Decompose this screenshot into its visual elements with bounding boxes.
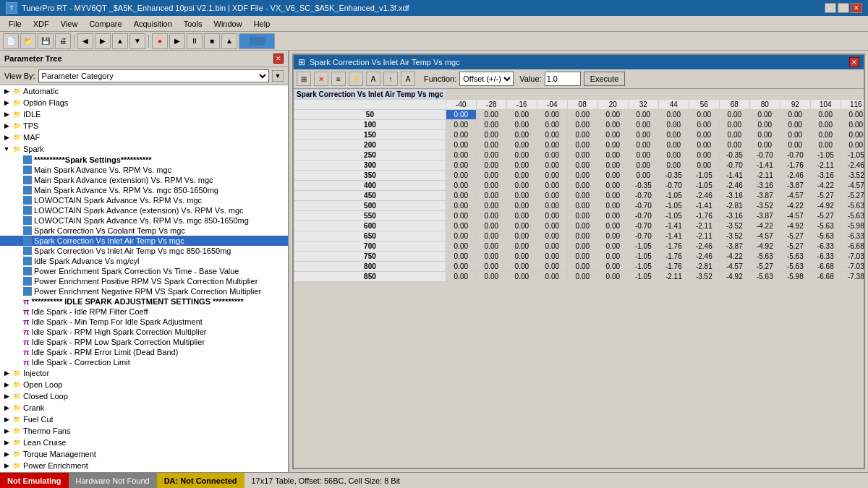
tree-item-21[interactable]: πIdle Spark - Idle RPM Filter Coeff [0, 307, 288, 317]
cell-14-1[interactable]: 0.00 [476, 252, 506, 262]
cell-12-3[interactable]: 0.00 [537, 231, 567, 241]
cell-16-13[interactable]: -7.38 [841, 272, 864, 282]
cell-2-3[interactable]: 0.00 [537, 130, 567, 140]
cell-7-3[interactable]: 0.00 [537, 181, 567, 191]
cell-10-13[interactable]: -5.63 [841, 211, 864, 221]
cell-1-12[interactable]: 0.00 [810, 120, 841, 130]
cell-16-11[interactable]: -5.98 [780, 272, 810, 282]
tree-item-2[interactable]: ▶📁IDLE [0, 108, 288, 120]
cell-6-7[interactable]: -0.35 [658, 171, 689, 181]
tree-item-10[interactable]: LOWOCTAIN Spark Advance Vs. RPM Vs. mgc [0, 195, 288, 205]
data-tool-1[interactable]: ⊞ [297, 72, 311, 86]
save-button[interactable]: 💾 [38, 33, 54, 49]
execute-button[interactable]: Execute [584, 72, 626, 86]
cell-14-8[interactable]: -2.46 [689, 252, 719, 262]
cell-16-8[interactable]: -3.52 [689, 272, 719, 282]
cell-0-4[interactable]: 0.00 [567, 110, 597, 120]
data-tool-close[interactable]: ✕ [314, 72, 328, 86]
menu-item-help[interactable]: Help [248, 18, 276, 30]
cell-3-12[interactable]: 0.00 [810, 140, 841, 150]
tree-item-30[interactable]: ▶📁Crank [0, 402, 288, 414]
cell-9-5[interactable]: 0.00 [597, 201, 628, 211]
menu-item-xdf[interactable]: XDF [27, 18, 55, 30]
cell-1-6[interactable]: 0.00 [628, 120, 658, 130]
cell-10-12[interactable]: -5.27 [810, 211, 841, 221]
cell-7-6[interactable]: -0.35 [628, 181, 658, 191]
cell-9-2[interactable]: 0.00 [506, 201, 537, 211]
cell-14-3[interactable]: 0.00 [537, 252, 567, 262]
cell-1-10[interactable]: 0.00 [749, 120, 780, 130]
cell-14-2[interactable]: 0.00 [506, 252, 537, 262]
data-tool-3[interactable]: ≡ [331, 72, 346, 86]
cell-15-0[interactable]: 0.00 [446, 262, 476, 272]
tree-item-3[interactable]: ▶📁TPS [0, 120, 288, 132]
cell-5-9[interactable]: -0.70 [719, 160, 749, 171]
cell-11-3[interactable]: 0.00 [537, 221, 567, 231]
cell-8-5[interactable]: 0.00 [597, 191, 628, 201]
cell-11-2[interactable]: 0.00 [506, 221, 537, 231]
tree-item-4[interactable]: ▶📁MAF [0, 132, 288, 143]
tree-item-25[interactable]: πIdle Spark - RPM Error Limit (Dead Band… [0, 347, 288, 357]
menu-item-tools[interactable]: Tools [178, 18, 208, 30]
cell-13-10[interactable]: -4.92 [749, 241, 780, 252]
cell-16-1[interactable]: 0.00 [476, 272, 506, 282]
cell-4-13[interactable]: -1.05 [841, 150, 864, 160]
cell-3-8[interactable]: 0.00 [689, 140, 719, 150]
cell-16-0[interactable]: 0.00 [446, 272, 476, 282]
cell-9-11[interactable]: -4.22 [780, 201, 810, 211]
cell-15-6[interactable]: -1.05 [628, 262, 658, 272]
cell-15-3[interactable]: 0.00 [537, 262, 567, 272]
tree-item-34[interactable]: ▶📁Torque Management [0, 448, 288, 460]
cell-8-4[interactable]: 0.00 [567, 191, 597, 201]
cell-0-5[interactable]: 0.00 [597, 110, 628, 120]
cell-5-7[interactable]: 0.00 [658, 160, 689, 171]
cell-4-5[interactable]: 0.00 [597, 150, 628, 160]
cell-4-7[interactable]: 0.00 [658, 150, 689, 160]
cell-7-1[interactable]: 0.00 [476, 181, 506, 191]
cell-16-9[interactable]: -4.92 [719, 272, 749, 282]
cell-14-9[interactable]: -4.22 [719, 252, 749, 262]
value-input[interactable] [545, 72, 581, 86]
tree-item-7[interactable]: Main Spark Advance Vs. RPM Vs. mgc [0, 165, 288, 175]
cell-0-6[interactable]: 0.00 [628, 110, 658, 120]
cell-10-7[interactable]: -1.05 [658, 211, 689, 221]
cell-12-2[interactable]: 0.00 [506, 231, 537, 241]
cell-7-12[interactable]: -4.22 [810, 181, 841, 191]
cell-9-13[interactable]: -5.63 [841, 201, 864, 211]
cell-16-7[interactable]: -2.11 [658, 272, 689, 282]
tree-item-31[interactable]: ▶📁Fuel Cut [0, 414, 288, 425]
cell-8-9[interactable]: -3.16 [719, 191, 749, 201]
cell-0-8[interactable]: 0.00 [689, 110, 719, 120]
function-select[interactable]: Offset (+/-) Replace Multiply Add % [459, 72, 514, 86]
cell-0-0[interactable]: 0.00 [446, 110, 476, 120]
minimize-button[interactable]: − [825, 3, 836, 13]
cell-1-1[interactable]: 0.00 [476, 120, 506, 130]
cell-1-7[interactable]: 0.00 [658, 120, 689, 130]
maximize-button[interactable]: □ [838, 3, 849, 13]
tree-item-26[interactable]: πIdle Spark - Correction Limit [0, 357, 288, 367]
cell-5-11[interactable]: -1.76 [780, 160, 810, 171]
cell-12-10[interactable]: -4.57 [749, 231, 780, 241]
cell-7-0[interactable]: 0.00 [446, 181, 476, 191]
view-by-select[interactable]: Parameter Category [38, 69, 269, 82]
cell-9-7[interactable]: -1.05 [658, 201, 689, 211]
down-button[interactable]: ▼ [129, 33, 145, 49]
cell-13-13[interactable]: -6.68 [841, 241, 864, 252]
cell-12-12[interactable]: -5.63 [810, 231, 841, 241]
cell-3-5[interactable]: 0.00 [597, 140, 628, 150]
cell-7-10[interactable]: -3.16 [749, 181, 780, 191]
tree-item-24[interactable]: πIdle Spark - RPM Low Spark Correction M… [0, 337, 288, 347]
cell-10-0[interactable]: 0.00 [446, 211, 476, 221]
cell-11-7[interactable]: -1.41 [658, 221, 689, 231]
cell-6-0[interactable]: 0.00 [446, 171, 476, 181]
cell-2-6[interactable]: 0.00 [628, 130, 658, 140]
cell-16-10[interactable]: -5.63 [749, 272, 780, 282]
cell-5-6[interactable]: 0.00 [628, 160, 658, 171]
data-tool-4[interactable]: ⚡ [349, 72, 363, 86]
cell-15-13[interactable]: -7.03 [841, 262, 864, 272]
cell-6-9[interactable]: -1.41 [719, 171, 749, 181]
cell-8-2[interactable]: 0.00 [506, 191, 537, 201]
cell-13-5[interactable]: 0.00 [597, 241, 628, 252]
cell-5-2[interactable]: 0.00 [506, 160, 537, 171]
cell-7-11[interactable]: -3.87 [780, 181, 810, 191]
